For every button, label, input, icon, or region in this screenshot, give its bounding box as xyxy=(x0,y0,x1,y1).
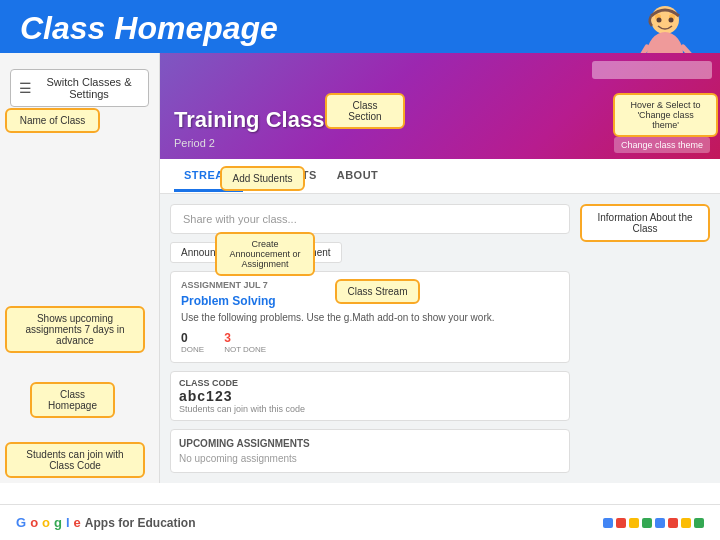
share-placeholder: Share with your class... xyxy=(183,213,297,225)
dot-3 xyxy=(629,518,639,528)
hover-select-label: Hover & Select to 'Change class theme' xyxy=(630,100,700,130)
class-code-title: CLASS CODE xyxy=(179,378,561,388)
class-section-annotation: Class Section xyxy=(325,93,405,129)
not-done-count: 3 NOT DONE xyxy=(224,331,266,354)
left-panel: ☰ Switch Classes & Settings Name of Clas… xyxy=(0,53,160,483)
students-can-annotation: Students can join with Class Code xyxy=(5,442,145,478)
stream-area: Add Students Create Announcement or Assi… xyxy=(160,194,720,483)
class-homepage-annotation: Class Homepage xyxy=(30,382,115,418)
create-announcement-annotation: Create Announcement or Assignment xyxy=(215,232,315,276)
shows-upcoming-label: Shows upcoming assignments 7 days in adv… xyxy=(26,313,125,346)
change-class-theme-button[interactable]: Change class theme xyxy=(614,137,710,153)
class-code-box: CLASS CODE abc123 Students can join with… xyxy=(170,371,570,421)
info-about-label: Information About the Class xyxy=(597,212,692,234)
hover-select-annotation: Hover & Select to 'Change class theme' xyxy=(613,93,718,137)
svg-point-4 xyxy=(657,18,662,23)
class-header-banner: Training Class Period 2 Hover & Select t… xyxy=(160,53,720,159)
class-title: Training Class xyxy=(174,107,324,132)
share-box[interactable]: Share with your class... xyxy=(170,204,570,234)
dot-8 xyxy=(694,518,704,528)
add-students-label: Add Students xyxy=(232,173,292,184)
dot-7 xyxy=(681,518,691,528)
info-about-class: Information About the Class xyxy=(580,204,710,242)
students-can-label: Students can join with Class Code xyxy=(26,449,123,471)
dot-1 xyxy=(603,518,613,528)
assignment-meta: 0 DONE 3 NOT DONE xyxy=(181,331,559,354)
shows-upcoming-annotation: Shows upcoming assignments 7 days in adv… xyxy=(5,306,145,353)
period-text: Period 2 xyxy=(174,137,215,149)
stream-right: Information About the Class xyxy=(580,204,710,473)
dot-4 xyxy=(642,518,652,528)
tab-about[interactable]: ABOUT xyxy=(327,161,389,192)
svg-point-5 xyxy=(669,18,674,23)
upcoming-title: UPCOMING ASSIGNMENTS xyxy=(179,438,561,449)
page-footer: Google Apps for Education xyxy=(0,504,720,540)
add-students-annotation: Add Students xyxy=(220,166,305,191)
create-announcement-label: Create Announcement or Assignment xyxy=(229,239,300,269)
dot-6 xyxy=(668,518,678,528)
name-of-class-annotation: Name of Class xyxy=(5,108,100,133)
switch-classes-box[interactable]: ☰ Switch Classes & Settings xyxy=(10,69,149,107)
class-section-label: Class Section xyxy=(348,100,381,122)
name-of-class-label: Name of Class xyxy=(20,115,86,126)
dot-5 xyxy=(655,518,665,528)
color-dots xyxy=(603,518,704,528)
page-title: Class Homepage xyxy=(20,10,278,46)
hamburger-icon: ☰ xyxy=(19,80,32,96)
class-header-top xyxy=(168,61,712,79)
class-code-desc: Students can join with this code xyxy=(179,404,561,414)
no-upcoming: No upcoming assignments xyxy=(179,453,561,464)
done-count: 0 DONE xyxy=(181,331,204,354)
upcoming-section: UPCOMING ASSIGNMENTS No upcoming assignm… xyxy=(170,429,570,473)
class-stream-annotation: Class Stream xyxy=(335,279,420,304)
assignment-desc: Use the following problems. Use the g.Ma… xyxy=(181,312,559,323)
footer-logo: Google Apps for Education xyxy=(16,515,196,530)
classroom-area: Training Class Period 2 Hover & Select t… xyxy=(160,53,720,483)
footer-text: Apps for Education xyxy=(85,516,196,530)
class-stream-label: Class Stream xyxy=(347,286,407,297)
class-homepage-label: Class Homepage xyxy=(48,389,97,411)
page-header: Class Homepage xyxy=(0,0,720,53)
main-content: ☰ Switch Classes & Settings Name of Clas… xyxy=(0,53,720,483)
dot-2 xyxy=(616,518,626,528)
class-code-value: abc123 xyxy=(179,388,561,404)
switch-classes-label: Switch Classes & Settings xyxy=(38,76,140,100)
